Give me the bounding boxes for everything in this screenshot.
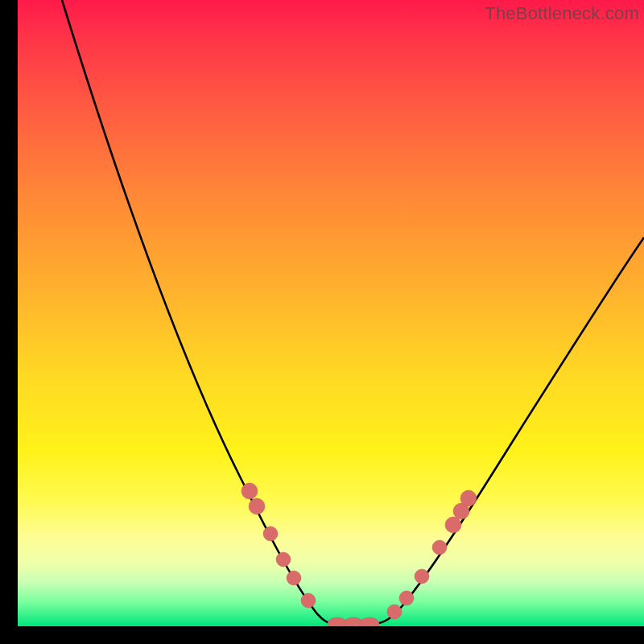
marker-left bbox=[263, 526, 278, 541]
bottleneck-curve-svg bbox=[18, 0, 644, 626]
marker-right bbox=[415, 569, 429, 584]
marker-left bbox=[287, 571, 301, 585]
curve-right bbox=[372, 237, 644, 624]
marker-left bbox=[249, 498, 265, 514]
flat-marker bbox=[360, 617, 379, 626]
marker-left bbox=[276, 552, 291, 567]
marker-right bbox=[387, 605, 402, 619]
marker-left bbox=[301, 593, 316, 608]
marker-right bbox=[399, 591, 414, 605]
marker-right bbox=[432, 540, 447, 555]
marker-left bbox=[242, 483, 258, 499]
marker-right bbox=[445, 517, 461, 533]
curve-left bbox=[62, 0, 336, 624]
chart-plot-area: TheBottleneck.com bbox=[18, 0, 644, 626]
marker-right bbox=[460, 490, 477, 506]
